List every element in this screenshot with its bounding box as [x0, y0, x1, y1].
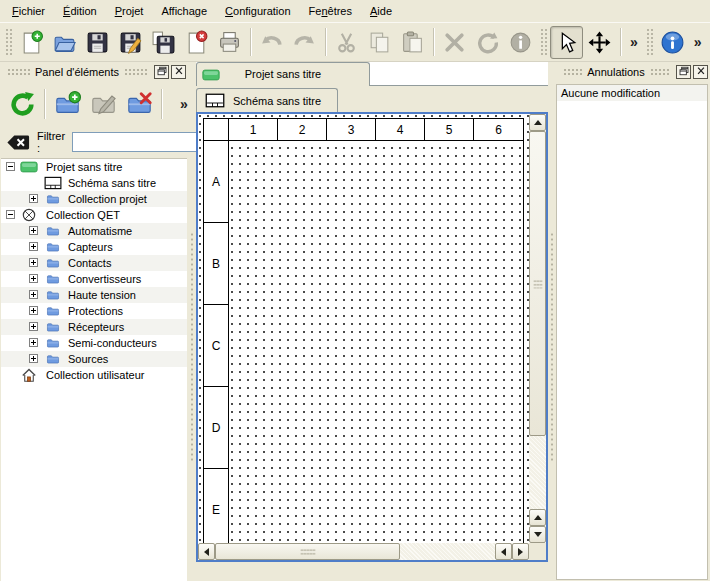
copy-button[interactable]: [363, 26, 396, 59]
open-document-button[interactable]: [48, 26, 81, 59]
move-tool-icon: [587, 30, 612, 55]
tree-item-capteurs[interactable]: Capteurs: [1, 239, 187, 255]
diagram-frame: 123456 ABCDE: [203, 118, 524, 543]
tb-handle[interactable]: [646, 28, 653, 56]
close-document-button[interactable]: [180, 26, 213, 59]
vscroll-thumb[interactable]: [529, 131, 546, 436]
refresh-button[interactable]: [4, 86, 40, 122]
menu-fenetres[interactable]: Fenêtres: [300, 1, 361, 21]
save-all-button[interactable]: [147, 26, 180, 59]
main-toolbar: »»: [0, 22, 710, 62]
tree-item-label: Collection projet: [68, 193, 147, 205]
tree-item-collection-utilisateur[interactable]: Collection utilisateur: [1, 367, 187, 383]
scroll-left-button-2[interactable]: [495, 543, 512, 560]
tree-item-contacts[interactable]: Contacts: [1, 255, 187, 271]
plus-expander-icon[interactable]: [29, 338, 38, 347]
tree-item-haute-tension[interactable]: Haute tension: [1, 287, 187, 303]
print-icon: [217, 30, 242, 55]
dock-handle-dots[interactable]: [124, 68, 147, 76]
menu-affichage[interactable]: Affichage: [152, 1, 216, 21]
save-as-button[interactable]: [114, 26, 147, 59]
plus-expander-icon[interactable]: [29, 354, 38, 363]
dock-handle-dots[interactable]: [563, 68, 582, 76]
scroll-up-button-2[interactable]: [529, 509, 546, 526]
tree-item-projet-sans-titre[interactable]: Projet sans titre: [1, 159, 187, 175]
undo-icon: [259, 30, 284, 55]
right-splitter[interactable]: [548, 62, 556, 581]
vertical-scrollbar[interactable]: [529, 114, 546, 543]
clear-filter-icon[interactable]: [6, 134, 30, 151]
tb-overflow-button[interactable]: »: [625, 34, 643, 50]
menu-aide[interactable]: Aide: [361, 1, 401, 21]
tree-item-protections[interactable]: Protections: [1, 303, 187, 319]
folder-new-button[interactable]: [49, 86, 85, 122]
cut-button[interactable]: [330, 26, 363, 59]
lp-overflow-button[interactable]: »: [180, 96, 188, 112]
tb-overflow-button[interactable]: »: [689, 34, 707, 50]
tree-item-collection-projet[interactable]: Collection projet: [1, 191, 187, 207]
dock-handle-dots[interactable]: [650, 68, 669, 76]
plus-expander-icon[interactable]: [29, 226, 38, 235]
hscroll-thumb[interactable]: [215, 543, 400, 560]
left-splitter[interactable]: [188, 62, 196, 581]
plus-expander-icon[interactable]: [29, 194, 38, 203]
info-blue-button[interactable]: [656, 26, 689, 59]
schema-canvas[interactable]: 123456 ABCDE: [198, 114, 529, 543]
tb-handle[interactable]: [5, 28, 12, 56]
tb-handle[interactable]: [540, 28, 547, 56]
tree-item-collection-qet[interactable]: Collection QET: [1, 207, 187, 223]
menu-edition[interactable]: Édition: [54, 1, 106, 21]
plus-expander-icon[interactable]: [29, 290, 38, 299]
paste-button[interactable]: [396, 26, 429, 59]
info-gray-button[interactable]: [504, 26, 537, 59]
tab-project-sans-titre[interactable]: Projet sans titre: [196, 62, 370, 86]
rotate-button[interactable]: [471, 26, 504, 59]
save-as-icon: [118, 30, 143, 55]
elements-panel-title: Panel d'éléments: [35, 66, 119, 78]
plus-expander-icon[interactable]: [29, 306, 38, 315]
menu-fichier[interactable]: Fichier: [3, 1, 54, 21]
paste-icon: [400, 30, 425, 55]
tree-item-sources[interactable]: Sources: [1, 351, 187, 367]
dock-handle-dots[interactable]: [7, 68, 30, 76]
tree-item-schema-sans-titre[interactable]: Schéma sans titre: [1, 175, 187, 191]
minus-expander-icon[interactable]: [6, 162, 15, 171]
undo-history-item[interactable]: Aucune modification: [557, 85, 707, 101]
float-panel-button[interactable]: [676, 65, 691, 79]
folder-edit-button[interactable]: [85, 86, 121, 122]
tab-schema-sans-titre[interactable]: Schéma sans titre: [196, 88, 338, 112]
undo-button[interactable]: [255, 26, 288, 59]
scroll-right-button[interactable]: [512, 543, 529, 560]
plus-expander-icon[interactable]: [29, 274, 38, 283]
menu-configuration[interactable]: Configuration: [216, 1, 299, 21]
plus-expander-icon[interactable]: [29, 258, 38, 267]
horizontal-scrollbar[interactable]: [198, 543, 529, 560]
redo-button[interactable]: [288, 26, 321, 59]
new-document-button[interactable]: [15, 26, 48, 59]
row-header-c: C: [204, 305, 228, 387]
tree-item-recepteurs[interactable]: Récepteurs: [1, 319, 187, 335]
scroll-down-button[interactable]: [529, 526, 546, 543]
menu-projet[interactable]: Projet: [106, 1, 153, 21]
folder-delete-button[interactable]: [121, 86, 157, 122]
move-tool-button[interactable]: [583, 26, 616, 59]
close-panel-button[interactable]: [693, 65, 708, 79]
close-panel-button[interactable]: [171, 65, 186, 79]
undo-history-list[interactable]: Aucune modification: [556, 84, 708, 580]
undo-panel-titlebar[interactable]: Annulations: [558, 62, 708, 82]
plus-expander-icon[interactable]: [29, 322, 38, 331]
elements-panel-titlebar[interactable]: Panel d'éléments: [2, 62, 186, 82]
plus-expander-icon[interactable]: [29, 242, 38, 251]
float-panel-button[interactable]: [154, 65, 169, 79]
print-button[interactable]: [213, 26, 246, 59]
scroll-left-button[interactable]: [198, 543, 215, 560]
delete-button[interactable]: [438, 26, 471, 59]
save-button[interactable]: [81, 26, 114, 59]
scroll-up-button[interactable]: [529, 114, 546, 131]
tree-item-automatisme[interactable]: Automatisme: [1, 223, 187, 239]
minus-expander-icon[interactable]: [6, 210, 15, 219]
select-arrow-button[interactable]: [550, 26, 583, 59]
tree-item-convertisseurs[interactable]: Convertisseurs: [1, 271, 187, 287]
tree-item-semi-conducteurs[interactable]: Semi-conducteurs: [1, 335, 187, 351]
folder-delete-icon: [126, 91, 153, 118]
